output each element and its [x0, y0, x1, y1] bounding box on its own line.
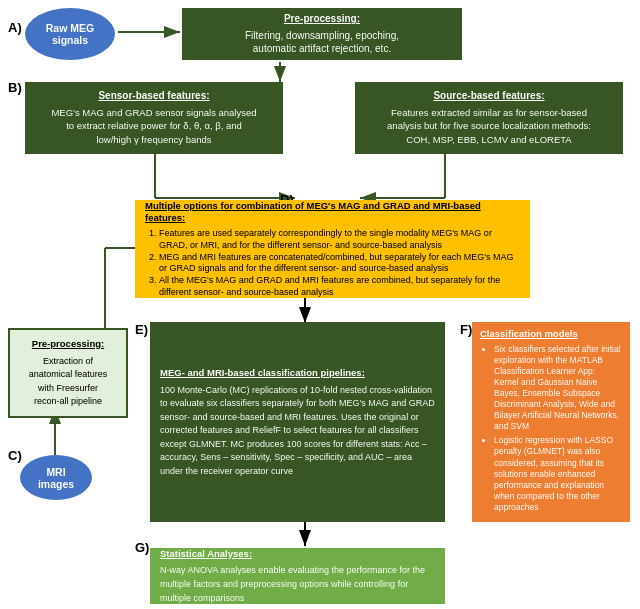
- sensor-based-box: Sensor-based features: MEG's MAG and GRA…: [25, 82, 283, 154]
- label-a: A): [8, 20, 22, 35]
- sensor-based-title: Sensor-based features:: [51, 89, 256, 103]
- multiple-options-item-3: All the MEG's MAG and GRAD and MRI featu…: [159, 275, 520, 298]
- statistical-box: Statistical Analyses: N-way ANOVA analys…: [150, 548, 445, 604]
- diagram: A) Raw MEG signals Pre-processing: Filte…: [0, 0, 640, 609]
- raw-meg-label: Raw MEG signals: [46, 22, 94, 46]
- classification-pipeline-box: MEG- and MRI-based classification pipeli…: [150, 322, 445, 522]
- mri-images-ellipse: MRI images: [20, 455, 92, 500]
- source-based-title: Source-based features:: [387, 89, 591, 103]
- multiple-options-item-2: MEG and MRI features are concatenated/co…: [159, 252, 520, 275]
- label-c: C): [8, 448, 22, 463]
- statistical-title: Statistical Analyses:: [160, 548, 435, 561]
- classification-models-box: Classification models Six classifiers se…: [472, 322, 630, 522]
- label-g: G): [135, 540, 149, 555]
- label-f: F): [460, 322, 472, 337]
- raw-meg-ellipse: Raw MEG signals: [25, 8, 115, 60]
- classification-models-item-1: Six classifiers selected after initial e…: [494, 344, 622, 432]
- sensor-based-body: MEG's MAG and GRAD sensor signals analys…: [51, 107, 256, 146]
- preprocessing-box: Pre-processing: Filtering, downsampling,…: [182, 8, 462, 60]
- multiple-options-box: Multiple options for combination of MEG'…: [135, 200, 530, 298]
- classification-models-item-2: Logistic regression with LASSO penalty (…: [494, 435, 622, 512]
- classification-models-title: Classification models: [480, 328, 622, 341]
- mri-images-label: MRI images: [38, 466, 74, 490]
- classification-pipeline-title: MEG- and MRI-based classification pipeli…: [160, 367, 435, 380]
- preprocessing-mri-box: Pre-processing: Extraction of anatomical…: [8, 328, 128, 418]
- label-e: E): [135, 322, 148, 337]
- classification-pipeline-body: 100 Monte-Carlo (MC) replications of 10-…: [160, 385, 437, 476]
- preprocessing-body: Filtering, downsampling, epoching, autom…: [245, 30, 399, 55]
- preprocessing-title: Pre-processing:: [245, 12, 399, 26]
- statistical-body: N-way ANOVA analyses enable evaluating t…: [160, 565, 428, 602]
- source-based-box: Source-based features: Features extracte…: [355, 82, 623, 154]
- preprocessing-mri-body: Extraction of anatomical features with F…: [29, 356, 108, 407]
- source-based-body: Features extracted similar as for sensor…: [387, 107, 591, 146]
- multiple-options-item-1: Features are used separately correspondi…: [159, 228, 520, 251]
- label-b: B): [8, 80, 22, 95]
- preprocessing-mri-title: Pre-processing:: [29, 338, 108, 351]
- multiple-options-title: Multiple options for combination of MEG'…: [145, 200, 520, 226]
